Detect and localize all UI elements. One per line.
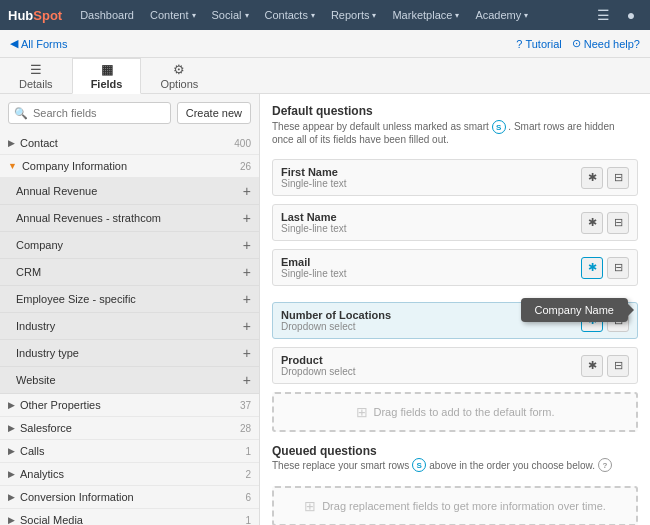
add-field-icon[interactable]: + xyxy=(243,291,251,307)
tab-options[interactable]: ⚙ Options xyxy=(141,58,217,93)
field-settings-btn[interactable]: ⊟ xyxy=(607,355,629,377)
group-social-media[interactable]: ▶ Social Media 1 xyxy=(0,509,259,525)
tab-details[interactable]: ☰ Details xyxy=(0,58,72,93)
list-item[interactable]: Company + xyxy=(0,232,259,259)
default-questions-section: Default questions These appear by defaul… xyxy=(272,104,638,151)
add-field-icon[interactable]: + xyxy=(243,210,251,226)
add-field-icon[interactable]: + xyxy=(243,183,251,199)
back-link[interactable]: ◀ All Forms xyxy=(10,37,67,50)
tooltip-arrow-icon xyxy=(628,304,634,316)
group-analytics[interactable]: ▶ Analytics 2 xyxy=(0,463,259,486)
list-item[interactable]: Website + xyxy=(0,367,259,394)
tutorial-button[interactable]: ? Tutorial xyxy=(516,38,561,50)
list-item[interactable]: CRM + xyxy=(0,259,259,286)
search-row: 🔍 Create new xyxy=(0,94,259,132)
add-field-icon[interactable]: + xyxy=(243,345,251,361)
nav-marketplace[interactable]: Marketplace ▾ xyxy=(384,0,467,30)
right-panel: Default questions These appear by defaul… xyxy=(260,94,650,525)
group-other-properties[interactable]: ▶ Other Properties 37 xyxy=(0,394,259,417)
nav-right: ☰ ● xyxy=(592,4,642,26)
sub-nav-actions: ? Tutorial ⊙ Need help? xyxy=(516,37,640,50)
nav-dashboard[interactable]: Dashboard xyxy=(72,0,142,30)
group-conversion-information[interactable]: ▶ Conversion Information 6 xyxy=(0,486,259,509)
chevron-down-icon: ▼ xyxy=(8,161,17,171)
nav-social[interactable]: Social ▾ xyxy=(204,0,257,30)
user-icon[interactable]: ● xyxy=(620,4,642,26)
smart-icon: S xyxy=(412,458,426,472)
list-item[interactable]: Industry type + xyxy=(0,340,259,367)
chevron-right-icon: ▶ xyxy=(8,423,15,433)
add-field-icon[interactable]: + xyxy=(243,318,251,334)
group-salesforce[interactable]: ▶ Salesforce 28 xyxy=(0,417,259,440)
smart-toggle-btn[interactable]: ✱ xyxy=(581,355,603,377)
search-input[interactable] xyxy=(8,102,171,124)
field-settings-btn[interactable]: ⊟ xyxy=(607,167,629,189)
left-panel: 🔍 Create new ▶ Contact 400 ▼ Company Inf… xyxy=(0,94,260,525)
hubspot-logo[interactable]: HubSpot xyxy=(8,8,62,23)
drag-drop-zone[interactable]: ⊞ Drag fields to add to the default form… xyxy=(272,392,638,432)
nav-reports[interactable]: Reports ▾ xyxy=(323,0,385,30)
drag-tooltip: Company Name xyxy=(521,298,628,322)
add-field-icon[interactable]: + xyxy=(243,237,251,253)
sub-navigation: ◀ All Forms ? Tutorial ⊙ Need help? xyxy=(0,30,650,58)
help-icon: ⊙ xyxy=(572,37,581,50)
smart-icon: S xyxy=(492,120,506,134)
help-button[interactable]: ⊙ Need help? xyxy=(572,37,640,50)
form-field-product: Product Dropdown select ✱ ⊟ xyxy=(272,347,638,384)
top-navigation: HubSpot Dashboard Content ▾ Social ▾ Con… xyxy=(0,0,650,30)
chevron-right-icon: ▶ xyxy=(8,400,15,410)
form-field-first-name: First Name Single-line text ✱ ⊟ xyxy=(272,159,638,196)
list-item[interactable]: Industry + xyxy=(0,313,259,340)
chevron-down-icon: ▾ xyxy=(192,11,196,20)
chevron-down-icon: ▾ xyxy=(311,11,315,20)
menu-icon[interactable]: ☰ xyxy=(592,4,614,26)
group-contact[interactable]: ▶ Contact 400 xyxy=(0,132,259,155)
queued-desc: These replace your smart rows S above in… xyxy=(272,458,638,472)
create-new-button[interactable]: Create new xyxy=(177,102,251,124)
list-item[interactable]: Employee Size - specific + xyxy=(0,286,259,313)
list-item[interactable]: Annual Revenues - strathcom + xyxy=(0,205,259,232)
group-calls[interactable]: ▶ Calls 1 xyxy=(0,440,259,463)
smart-toggle-btn[interactable]: ✱ xyxy=(581,212,603,234)
fields-icon: ▦ xyxy=(101,62,113,77)
tab-fields[interactable]: ▦ Fields xyxy=(72,58,142,94)
add-field-icon[interactable]: + xyxy=(243,264,251,280)
chevron-down-icon: ▾ xyxy=(245,11,249,20)
smart-toggle-btn[interactable]: ✱ xyxy=(581,167,603,189)
queued-questions-section: Queued questions These replace your smar… xyxy=(272,440,638,478)
main-container: 🔍 Create new ▶ Contact 400 ▼ Company Inf… xyxy=(0,94,650,525)
search-icon: 🔍 xyxy=(14,107,28,120)
help-icon: ? xyxy=(598,458,612,472)
smart-toggle-btn[interactable]: ✱ xyxy=(581,257,603,279)
default-questions-title: Default questions xyxy=(272,104,638,118)
queued-drag-drop-zone[interactable]: ⊞ Drag replacement fields to get more in… xyxy=(272,486,638,525)
drag-icon: ⊞ xyxy=(356,404,368,420)
tutorial-icon: ? xyxy=(516,38,522,50)
chevron-down-icon: ▾ xyxy=(455,11,459,20)
chevron-right-icon: ▶ xyxy=(8,492,15,502)
chevron-right-icon: ▶ xyxy=(8,446,15,456)
nav-content[interactable]: Content ▾ xyxy=(142,0,204,30)
details-icon: ☰ xyxy=(30,62,42,77)
group-company-information[interactable]: ▼ Company Information 26 xyxy=(0,155,259,178)
queued-title: Queued questions xyxy=(272,444,638,458)
form-field-last-name: Last Name Single-line text ✱ ⊟ xyxy=(272,204,638,241)
chevron-right-icon: ▶ xyxy=(8,469,15,479)
nav-items: Dashboard Content ▾ Social ▾ Contacts ▾ … xyxy=(72,0,592,30)
form-field-email: Email Single-line text ✱ ⊟ xyxy=(272,249,638,286)
field-settings-btn[interactable]: ⊟ xyxy=(607,257,629,279)
options-icon: ⚙ xyxy=(173,62,185,77)
field-settings-btn[interactable]: ⊟ xyxy=(607,212,629,234)
field-groups: ▶ Contact 400 ▼ Company Information 26 A… xyxy=(0,132,259,525)
list-item[interactable]: Annual Revenue + xyxy=(0,178,259,205)
add-field-icon[interactable]: + xyxy=(243,372,251,388)
search-input-wrap: 🔍 xyxy=(8,102,171,124)
chevron-right-icon: ▶ xyxy=(8,515,15,525)
nav-academy[interactable]: Academy ▾ xyxy=(467,0,536,30)
default-questions-desc: These appear by default unless marked as… xyxy=(272,120,638,145)
nav-contacts[interactable]: Contacts ▾ xyxy=(257,0,323,30)
tabs-row: ☰ Details ▦ Fields ⚙ Options xyxy=(0,58,650,94)
chevron-right-icon: ▶ xyxy=(8,138,15,148)
chevron-down-icon: ▾ xyxy=(524,11,528,20)
drag-icon: ⊞ xyxy=(304,498,316,514)
